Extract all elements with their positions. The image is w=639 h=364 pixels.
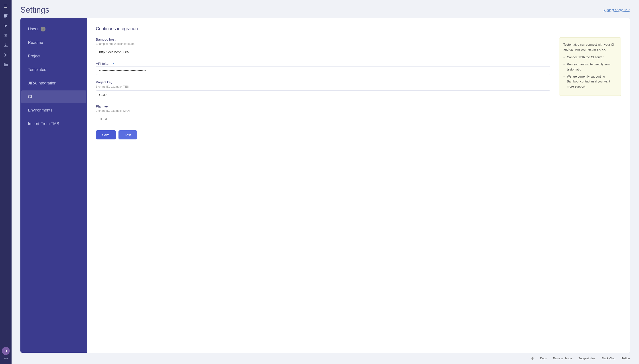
icon-bar: ☰ [0,0,12,364]
sidebar-item-project[interactable]: Project [21,50,86,62]
menu-icon[interactable]: ☰ [2,2,10,10]
content-wrapper: Users 1 Readme Project Templates JIRA In… [12,18,639,353]
page-title: Settings [21,5,49,15]
sidebar-label-ci: CI [28,94,32,99]
sidebar-label-jira: JIRA Integration [28,81,56,86]
gear-icon[interactable] [2,51,10,59]
info-list: Connect with the CI server Run your test… [563,55,617,89]
twitter-link[interactable]: Twitter [622,357,630,360]
test-button[interactable]: Test [119,130,137,140]
layers-icon[interactable] [2,32,10,40]
sidebar-nav: Users 1 Readme Project Templates JIRA In… [21,18,87,353]
sidebar-item-import[interactable]: Import From TMS [21,118,86,130]
header: Settings Suggest a feature [12,0,639,18]
sidebar-item-environments[interactable]: Environments [21,104,86,116]
svg-marker-6 [4,35,8,37]
main-panel: Continuos integration Bamboo host Exampl… [87,18,630,353]
download-icon[interactable] [2,41,10,49]
sidebar-label-environments: Environments [28,108,52,112]
sidebar-label-import: Import From TMS [28,122,59,126]
api-token-link-icon[interactable]: ↗ [112,62,114,65]
bamboo-host-hint: Example: http://localhost:8085 [96,42,550,46]
folder-icon[interactable] [2,61,10,69]
project-key-label: Project key [96,80,550,84]
api-token-label: API token ↗ [96,62,550,66]
svg-rect-2 [4,16,7,17]
sidebar-item-ci[interactable]: CI [21,90,86,103]
users-badge: 1 [41,26,46,32]
btn-row: Save Test [96,130,550,140]
bamboo-host-label: Bamboo host [96,38,550,41]
avatar[interactable]: D [2,347,10,355]
svg-rect-0 [4,14,8,15]
sidebar-item-templates[interactable]: Templates [21,64,86,76]
plan-key-group: Plan key 3-chars ID, example: MAN [96,104,550,123]
plan-key-hint: 3-chars ID, example: MAN [96,109,550,112]
sidebar-label-project: Project [28,54,40,58]
api-token-group: API token ↗ [96,62,550,75]
info-point-2: Run your test/suite directly from testom… [567,62,617,72]
svg-rect-3 [4,17,6,18]
main-area: Settings Suggest a feature Users 1 Readm… [12,0,639,364]
info-point-1: Connect with the CI server [567,55,617,60]
form-fields: Bamboo host Example: http://localhost:80… [96,38,550,140]
raise-issue-link[interactable]: Raise an Issue [553,357,572,360]
project-key-hint: 3-chars ID, example: TES [96,85,550,88]
sidebar-label-templates: Templates [28,68,46,72]
project-key-group: Project key 3-chars ID, example: TES [96,80,550,99]
bamboo-host-input[interactable] [96,48,550,56]
info-point-3: We are currently supporting Bamboo, cont… [567,74,617,89]
info-intro: Testomat.io can connect with your CI and… [563,42,617,52]
sidebar-item-readme[interactable]: Readme [21,36,86,49]
save-button[interactable]: Save [96,130,116,140]
globe-icon[interactable]: ⊕ [531,356,534,360]
bamboo-host-group: Bamboo host Example: http://localhost:80… [96,38,550,56]
api-token-input[interactable] [96,66,550,75]
footer: ⊕ Docs Raise an Issue Suggest Idea Slack… [12,353,639,364]
sidebar-label-users: Users [28,27,38,32]
suggest-idea-link[interactable]: Suggest Idea [578,357,595,360]
project-key-input[interactable] [96,90,550,99]
info-box: Testomat.io can connect with your CI and… [559,38,621,96]
suggest-feature-link[interactable]: Suggest a feature [603,8,630,12]
play-icon[interactable] [2,22,10,30]
sidebar-item-users[interactable]: Users 1 [21,22,86,36]
plan-key-label: Plan key [96,104,550,108]
list-icon[interactable] [2,12,10,20]
sidebar-item-jira[interactable]: JIRA Integration [21,77,86,90]
plan-key-input[interactable] [96,114,550,123]
sidebar-label-readme: Readme [28,40,43,45]
svg-point-7 [5,54,7,56]
avatar-label: You [4,357,8,360]
svg-marker-4 [5,24,7,27]
form-layout: Bamboo host Example: http://localhost:80… [96,38,621,140]
section-title: Continuos integration [96,26,621,31]
slack-chat-link[interactable]: Slack Chat [601,357,615,360]
svg-rect-1 [4,15,7,16]
docs-link[interactable]: Docs [540,357,547,360]
